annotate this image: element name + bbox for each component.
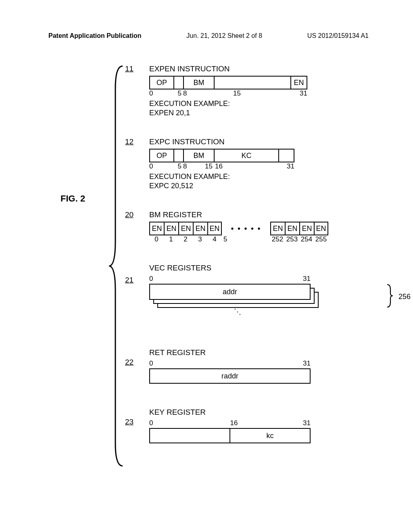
- brace-icon: [109, 64, 125, 468]
- key-title: KEY REGISTER: [149, 408, 379, 417]
- bm-block: 20 BM REGISTER EN EN EN EN EN • • • • • …: [129, 210, 379, 243]
- bm-ticks: 0 1 2 3 4 5 252 253 254 255: [149, 235, 379, 243]
- expc-fields: OP BM KC: [149, 149, 379, 162]
- header-right: US 2012/0159134 A1: [307, 32, 369, 39]
- tick: 253: [285, 235, 299, 243]
- vec-title: VEC REGISTERS: [149, 264, 379, 272]
- ref-num-21: 21: [125, 276, 133, 285]
- page-header: Patent Application Publication Jun. 21, …: [0, 32, 413, 39]
- cell-en: EN: [290, 76, 307, 89]
- bm-fields: EN EN EN EN EN • • • • • EN EN EN EN: [149, 222, 379, 235]
- vec-count: 256: [398, 293, 411, 301]
- cell-gap: [173, 76, 183, 89]
- tick: 16: [222, 419, 303, 427]
- tick: 255: [314, 235, 328, 243]
- expc-ticks: 0 5 8 15 16 31: [149, 162, 379, 170]
- tick: 4: [207, 235, 222, 243]
- ref-num-23: 23: [125, 418, 133, 426]
- tick: 31: [262, 162, 294, 170]
- key-left: [149, 428, 229, 443]
- cell-gap: [173, 149, 183, 162]
- key-kc: kc: [229, 428, 311, 443]
- ref-num-22: 22: [125, 358, 133, 367]
- expc-title: EXPC INSTRUCTION: [149, 137, 379, 146]
- ret-field: raddr: [149, 368, 311, 384]
- tick: 8: [183, 162, 199, 170]
- ret-ticks: 0 31: [149, 360, 311, 368]
- tick: 252: [270, 235, 285, 243]
- cell-en: EN: [314, 222, 328, 235]
- tick: 3: [193, 235, 207, 243]
- cell-en: EN: [270, 222, 285, 235]
- ret-title: RET REGISTER: [149, 348, 379, 357]
- example-value: EXPEN 20,1: [149, 108, 379, 118]
- ref-num-11: 11: [125, 64, 133, 73]
- brace-icon: [386, 284, 394, 308]
- tick: 1: [164, 235, 178, 243]
- tick: 16: [214, 162, 262, 170]
- cell-bm: BM: [183, 76, 214, 89]
- expen-example: EXECUTION EXAMPLE: EXPEN 20,1: [149, 99, 379, 117]
- expc-example: EXECUTION EXAMPLE: EXPC 20,512: [149, 172, 379, 190]
- expen-fields: OP BM EN: [149, 76, 379, 89]
- figure-content: 11 EXPEN INSTRUCTION OP BM EN 0 5 8 15 3…: [129, 64, 379, 463]
- cell-en: EN: [299, 222, 314, 235]
- tick: 31: [303, 419, 311, 427]
- tick: 8: [183, 89, 214, 98]
- tick: 254: [299, 235, 314, 243]
- expen-title: EXPEN INSTRUCTION: [149, 64, 379, 73]
- vec-ticks: 0 31: [149, 275, 311, 283]
- cell-bm: BM: [183, 149, 214, 162]
- header-mid: Jun. 21, 2012 Sheet 2 of 8: [186, 32, 262, 39]
- cell-en: EN: [285, 222, 299, 235]
- tick: 5: [173, 162, 183, 170]
- cell-en: EN: [164, 222, 178, 235]
- expc-block: 12 EXPC INSTRUCTION OP BM KC 0 5 8 15 16…: [129, 137, 379, 190]
- cell-gap: [214, 76, 290, 89]
- tick: 15: [199, 162, 214, 170]
- ref-num-12: 12: [125, 137, 133, 146]
- tick: 0: [149, 360, 153, 368]
- vec-block: 21 VEC REGISTERS 0 31 addr 256 ⋱: [129, 264, 379, 320]
- example-label: EXECUTION EXAMPLE:: [149, 172, 379, 181]
- expen-block: 11 EXPEN INSTRUCTION OP BM EN 0 5 8 15 3…: [129, 64, 379, 117]
- key-fields: kc: [149, 428, 311, 443]
- tick: 31: [303, 275, 311, 283]
- vec-stack: addr 256 ⋱: [149, 284, 379, 320]
- cell-op: OP: [149, 76, 173, 89]
- cell-kc: KC: [214, 149, 278, 162]
- cell-en: EN: [207, 222, 222, 235]
- tick: 0: [149, 162, 173, 170]
- tick: 2: [178, 235, 193, 243]
- example-value: EXPC 20,512: [149, 181, 379, 191]
- tick: 0: [149, 235, 164, 243]
- ellipsis-icon: ⋱: [234, 307, 241, 316]
- ret-block: 22 RET REGISTER 0 31 raddr: [129, 348, 379, 384]
- cell-en: EN: [178, 222, 193, 235]
- ellipsis-icon: • • • • •: [222, 222, 270, 235]
- cell-op: OP: [149, 149, 173, 162]
- cell-en: EN: [193, 222, 207, 235]
- tick: 15: [214, 89, 290, 98]
- ref-num-20: 20: [125, 210, 133, 219]
- tick: 0: [149, 419, 222, 427]
- tick: 31: [290, 89, 307, 98]
- expen-ticks: 0 5 8 15 31: [149, 89, 379, 98]
- cell-en: EN: [149, 222, 164, 235]
- example-label: EXECUTION EXAMPLE:: [149, 99, 379, 108]
- tick: 0: [149, 275, 153, 283]
- bm-title: BM REGISTER: [149, 210, 379, 219]
- figure-label: FIG. 2: [60, 193, 85, 204]
- tick: 0: [149, 89, 173, 98]
- tick: 5: [173, 89, 183, 98]
- key-block: 23 KEY REGISTER 0 16 31 kc: [129, 408, 379, 443]
- vec-box-front: addr: [149, 284, 311, 300]
- tick: 31: [303, 360, 311, 368]
- cell-gap: [278, 149, 294, 162]
- tick: 5: [222, 235, 270, 243]
- header-left: Patent Application Publication: [48, 32, 142, 39]
- key-ticks: 0 16 31: [149, 419, 311, 427]
